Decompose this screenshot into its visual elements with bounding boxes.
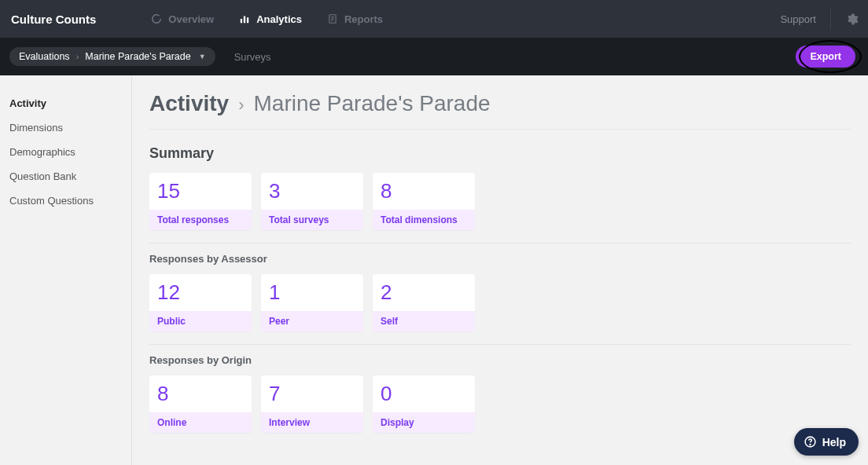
refresh-icon bbox=[151, 13, 162, 24]
support-link[interactable]: Support bbox=[780, 13, 816, 25]
settings-button[interactable] bbox=[845, 13, 859, 26]
main-content: Activity › Marine Parade's Parade Summar… bbox=[132, 75, 868, 465]
svg-point-8 bbox=[810, 445, 811, 445]
stat-value: 0 bbox=[373, 375, 475, 412]
divider bbox=[149, 344, 851, 345]
stat-label: Total surveys bbox=[261, 210, 363, 230]
svg-rect-1 bbox=[244, 16, 245, 24]
chevron-right-icon: › bbox=[76, 52, 79, 61]
stat-value: 7 bbox=[261, 375, 363, 412]
surveys-link[interactable]: Surveys bbox=[234, 51, 271, 63]
summary-heading: Summary bbox=[149, 145, 851, 162]
stat-value: 8 bbox=[149, 375, 252, 412]
gear-icon bbox=[845, 13, 859, 26]
stat-value: 12 bbox=[149, 274, 252, 311]
stat-label: Total responses bbox=[149, 210, 252, 230]
stat-card-total-surveys: 3 Total surveys bbox=[261, 173, 363, 230]
stat-card-online: 8 Online bbox=[149, 375, 252, 433]
divider bbox=[830, 8, 831, 30]
content-wrap: Activity Dimensions Demographics Questio… bbox=[0, 75, 868, 465]
stat-card-display: 0 Display bbox=[373, 375, 475, 433]
origin-cards: 8 Online 7 Interview 0 Display bbox=[149, 375, 851, 433]
sidebar-item-question-bank[interactable]: Question Bank bbox=[8, 164, 123, 189]
sidebar-item-dimensions[interactable]: Dimensions bbox=[8, 115, 123, 140]
summary-cards: 15 Total responses 3 Total surveys 8 Tot… bbox=[149, 173, 851, 230]
stat-card-interview: 7 Interview bbox=[261, 375, 363, 433]
stat-value: 15 bbox=[149, 173, 252, 210]
stat-label: Self bbox=[373, 311, 475, 331]
caret-down-icon: ▼ bbox=[199, 53, 206, 60]
sidebar-item-demographics[interactable]: Demographics bbox=[8, 140, 123, 164]
page-title: Activity bbox=[149, 91, 229, 116]
help-label: Help bbox=[822, 436, 846, 449]
brand-logo[interactable]: Culture Counts bbox=[11, 13, 96, 26]
svg-rect-2 bbox=[247, 17, 248, 23]
page-subtitle: Marine Parade's Parade bbox=[253, 91, 490, 116]
bar-chart-icon bbox=[239, 13, 250, 24]
sidebar-item-custom-questions[interactable]: Custom Questions bbox=[8, 189, 123, 213]
stat-label: Peer bbox=[261, 311, 363, 331]
stat-card-peer: 1 Peer bbox=[261, 274, 363, 331]
stat-value: 2 bbox=[373, 274, 475, 311]
stat-value: 3 bbox=[261, 173, 363, 210]
nav-reports[interactable]: Reports bbox=[327, 13, 383, 25]
help-icon bbox=[804, 435, 817, 449]
nav-overview[interactable]: Overview bbox=[151, 13, 214, 25]
origin-heading: Responses by Origin bbox=[149, 354, 851, 366]
stat-card-total-dimensions: 8 Total dimensions bbox=[373, 173, 475, 230]
chevron-right-icon: › bbox=[238, 95, 244, 115]
nav-analytics[interactable]: Analytics bbox=[239, 13, 302, 25]
assessor-cards: 12 Public 1 Peer 2 Self bbox=[149, 274, 851, 331]
sidebar-item-activity[interactable]: Activity bbox=[8, 91, 123, 115]
stat-card-total-responses: 15 Total responses bbox=[149, 173, 252, 230]
nav-right: Support bbox=[780, 8, 859, 30]
export-button[interactable]: Export bbox=[796, 46, 855, 68]
stat-label: Total dimensions bbox=[373, 210, 475, 230]
document-icon bbox=[327, 13, 338, 24]
stat-value: 1 bbox=[261, 274, 363, 311]
stat-label: Public bbox=[149, 311, 252, 331]
sub-nav: Evaluations › Marine Parade's Parade ▼ S… bbox=[0, 38, 868, 75]
breadcrumb[interactable]: Evaluations › Marine Parade's Parade ▼ bbox=[9, 47, 215, 66]
page-heading: Activity › Marine Parade's Parade bbox=[149, 91, 851, 130]
divider bbox=[149, 243, 851, 243]
stat-card-self: 2 Self bbox=[373, 274, 475, 331]
crumb-evaluations: Evaluations bbox=[19, 51, 70, 62]
assessor-heading: Responses by Assessor bbox=[149, 253, 851, 265]
stat-label: Online bbox=[149, 412, 252, 433]
stat-label: Display bbox=[373, 412, 475, 433]
crumb-evaluation-name: Marine Parade's Parade bbox=[85, 51, 190, 62]
stat-value: 8 bbox=[373, 173, 475, 210]
top-nav: Culture Counts Overview Analytics Report… bbox=[0, 0, 868, 38]
svg-rect-0 bbox=[241, 19, 242, 23]
nav-items: Overview Analytics Reports bbox=[151, 13, 383, 25]
sidebar: Activity Dimensions Demographics Questio… bbox=[0, 75, 132, 465]
help-widget[interactable]: Help bbox=[794, 428, 859, 456]
stat-card-public: 12 Public bbox=[149, 274, 252, 331]
stat-label: Interview bbox=[261, 412, 363, 433]
